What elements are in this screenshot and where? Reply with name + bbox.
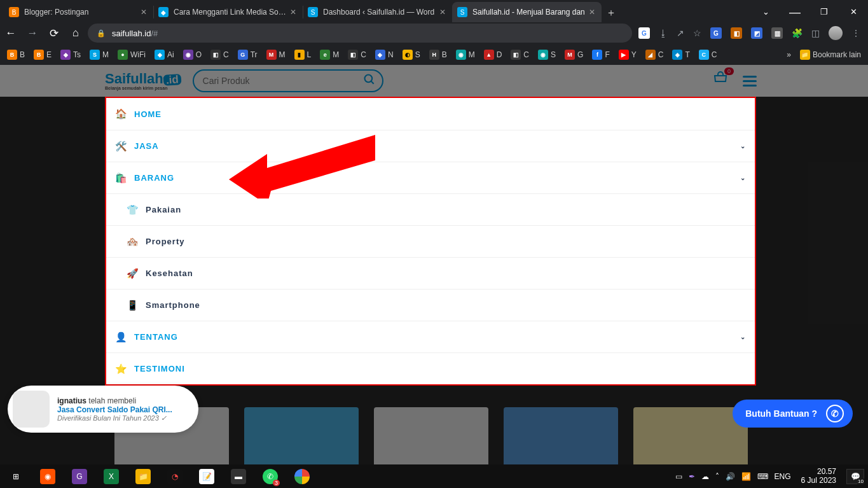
- start-button[interactable]: ⊞: [0, 464, 32, 488]
- bookmark[interactable]: ◧C: [507, 46, 532, 63]
- nav-sub-smartphone[interactable]: 📱Smartphone: [106, 289, 755, 321]
- nav-tentang[interactable]: 👤TENTANG⌄: [106, 321, 755, 352]
- language-indicator[interactable]: ENG: [775, 472, 791, 481]
- other-bookmarks-folder[interactable]: 📁Bookmark lain: [797, 46, 864, 63]
- taskbar-app[interactable]: 📁: [127, 464, 159, 488]
- bookmark[interactable]: fF: [589, 46, 612, 63]
- ext-icon[interactable]: ◩: [751, 27, 762, 39]
- new-tab-button[interactable]: ＋: [602, 3, 621, 22]
- bookmark[interactable]: MG: [561, 46, 586, 63]
- bookmark[interactable]: ◆Ai: [151, 46, 177, 63]
- bookmark[interactable]: ◧C: [345, 46, 369, 63]
- tab-dashboard[interactable]: SDashboard ‹ Saifullah.id — Word✕: [303, 2, 452, 22]
- nav-label: Pakaian: [146, 205, 181, 214]
- bookmark[interactable]: ◆Ts: [57, 46, 84, 63]
- windows-taskbar: ⊞ ◉ G X 📁 ◔ 📝 ▬ ✆3 ▭ ✒ ☁ ˄ 🔊 📶 ⌨ ENG 20.…: [0, 464, 868, 488]
- favicon: S: [457, 7, 467, 17]
- forward-button[interactable]: →: [23, 24, 42, 43]
- nav-sub-pakaian[interactable]: 👕Pakaian: [106, 193, 755, 225]
- bookmark[interactable]: ◉S: [535, 46, 559, 63]
- tab-cara[interactable]: ◆Cara Mengganti Link Media Sosia✕: [153, 2, 303, 22]
- nav-testimoni[interactable]: ⭐TESTIMONI: [106, 352, 755, 384]
- profile-avatar[interactable]: [829, 26, 843, 40]
- tray-icon[interactable]: ▭: [675, 472, 682, 481]
- nav-label: TENTANG: [134, 332, 178, 342]
- back-button[interactable]: ←: [1, 24, 20, 43]
- keyboard-icon[interactable]: ⌨: [757, 472, 768, 481]
- close-window-button[interactable]: ✕: [839, 2, 868, 22]
- notification-center[interactable]: 💬10: [846, 469, 864, 484]
- nav-barang[interactable]: 🛍️BARANG⌄: [106, 162, 755, 193]
- nav-jasa[interactable]: 🛠️JASA⌄: [106, 130, 755, 162]
- taskbar-app[interactable]: ◉: [32, 464, 64, 488]
- volume-icon[interactable]: 🔊: [726, 472, 735, 481]
- bookmark[interactable]: ◢C: [642, 46, 667, 63]
- taskbar-app[interactable]: ✆3: [254, 464, 286, 488]
- close-icon[interactable]: ✕: [589, 8, 596, 17]
- bookmark[interactable]: ●WiFi: [114, 46, 149, 63]
- tab-blogger[interactable]: BBlogger: Postingan✕: [4, 2, 153, 22]
- support-button[interactable]: Butuh Bantuan ? ✆: [733, 400, 853, 428]
- toast-action: telah membeli: [86, 396, 136, 405]
- bookmark[interactable]: ▲D: [481, 46, 506, 63]
- bookmark[interactable]: MM: [263, 46, 289, 63]
- bookmark[interactable]: GTr: [235, 46, 261, 63]
- minimize-button[interactable]: —: [780, 2, 809, 22]
- share-icon[interactable]: ↗: [677, 28, 684, 38]
- taskbar-app[interactable]: 📝: [191, 464, 223, 488]
- home-button[interactable]: ⌂: [66, 24, 85, 43]
- chevron-down-icon[interactable]: ⌄: [751, 2, 780, 22]
- bookmark[interactable]: BE: [31, 46, 55, 63]
- star-icon[interactable]: ☆: [693, 28, 701, 38]
- taskbar-app[interactable]: X: [95, 464, 127, 488]
- wifi-icon[interactable]: 📶: [741, 472, 751, 481]
- taskbar-app[interactable]: [286, 464, 318, 488]
- extensions-icon[interactable]: 🧩: [792, 28, 803, 38]
- bookmark[interactable]: ◐S: [399, 46, 424, 63]
- bookmark[interactable]: ◈T: [669, 46, 692, 63]
- bookmark[interactable]: ▮L: [291, 46, 315, 63]
- bookmark[interactable]: ◉O: [180, 46, 205, 63]
- clock[interactable]: 20.57 6 Jul 2023: [797, 468, 840, 485]
- ext-icon[interactable]: ▥: [771, 27, 783, 39]
- close-icon[interactable]: ✕: [439, 8, 447, 17]
- bookmark[interactable]: SM: [86, 46, 112, 63]
- nav-sub-property[interactable]: 🏘️Property: [106, 225, 755, 257]
- bookmark[interactable]: CC: [696, 46, 720, 63]
- bookmark[interactable]: eM: [317, 46, 342, 63]
- google-icon[interactable]: G: [638, 27, 650, 39]
- tray-icon[interactable]: ✒: [689, 472, 695, 481]
- taskbar-app[interactable]: G: [64, 464, 95, 488]
- taskbar-app[interactable]: ◔: [159, 464, 191, 488]
- ext-translate-icon[interactable]: G: [710, 27, 722, 39]
- home-icon: 🏠: [115, 108, 128, 120]
- bookmark[interactable]: ◆N: [372, 46, 397, 63]
- bookmark[interactable]: ◧C: [207, 46, 232, 63]
- nav-home[interactable]: 🏠HOME: [106, 98, 755, 130]
- tray-chevron-icon[interactable]: ˄: [715, 472, 719, 481]
- bookmark-overflow[interactable]: »: [783, 46, 794, 63]
- tab-saifullah[interactable]: SSaifullah.id - Menjual Barang dan✕: [452, 2, 602, 22]
- url-input[interactable]: 🔒 saifullah.id/#: [88, 24, 632, 43]
- bookmark[interactable]: ◉M: [453, 46, 478, 63]
- close-icon[interactable]: ✕: [290, 8, 298, 17]
- ext-icon[interactable]: ◧: [731, 27, 742, 39]
- toast-product: Jasa Convert Saldo Pakai QRI...: [57, 405, 172, 414]
- sidepanel-icon[interactable]: ◫: [811, 28, 820, 38]
- taskbar-app[interactable]: ▬: [223, 464, 254, 488]
- kebab-menu-icon[interactable]: ⋮: [851, 28, 860, 38]
- nav-sub-kesehatan[interactable]: 🚀Kesehatan: [106, 257, 755, 289]
- phone-icon: 📱: [127, 300, 139, 311]
- bookmark[interactable]: HB: [426, 46, 450, 63]
- toast-buyer: ignatius: [57, 396, 86, 405]
- close-icon[interactable]: ✕: [141, 8, 148, 17]
- bookmark[interactable]: ▶Y: [616, 46, 640, 63]
- purchase-toast[interactable]: ignatius telah membeli Jasa Convert Sald…: [8, 386, 198, 433]
- maximize-button[interactable]: ❐: [809, 2, 839, 22]
- tray-icon[interactable]: ☁: [701, 472, 709, 481]
- install-icon[interactable]: ⭳: [659, 28, 668, 38]
- rocket-icon: 🚀: [127, 268, 139, 279]
- reload-button[interactable]: ⟳: [45, 24, 64, 43]
- browser-chrome: BBlogger: Postingan✕ ◆Cara Mengganti Lin…: [0, 0, 868, 65]
- bookmark[interactable]: BB: [4, 46, 28, 63]
